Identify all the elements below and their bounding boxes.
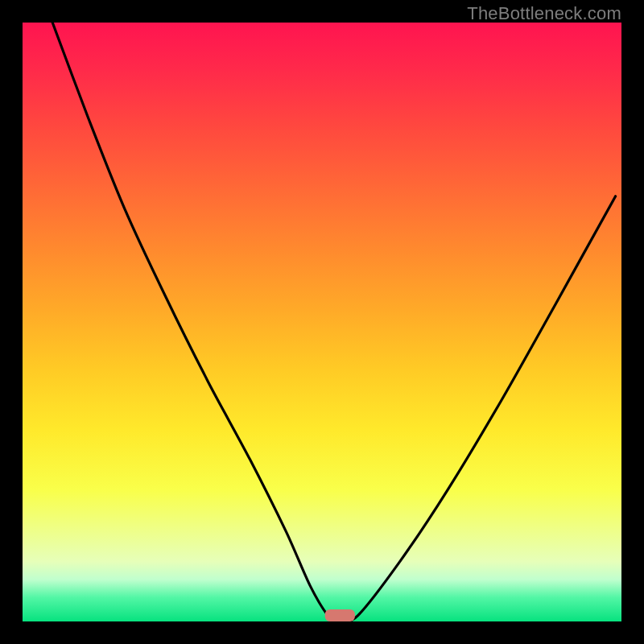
chart-frame: TheBottleneck.com — [0, 0, 644, 644]
optimum-marker — [325, 609, 355, 621]
plot-area — [23, 23, 621, 621]
bottleneck-curve — [52, 23, 615, 621]
curve-svg — [23, 23, 621, 621]
watermark-text: TheBottleneck.com — [467, 3, 621, 24]
